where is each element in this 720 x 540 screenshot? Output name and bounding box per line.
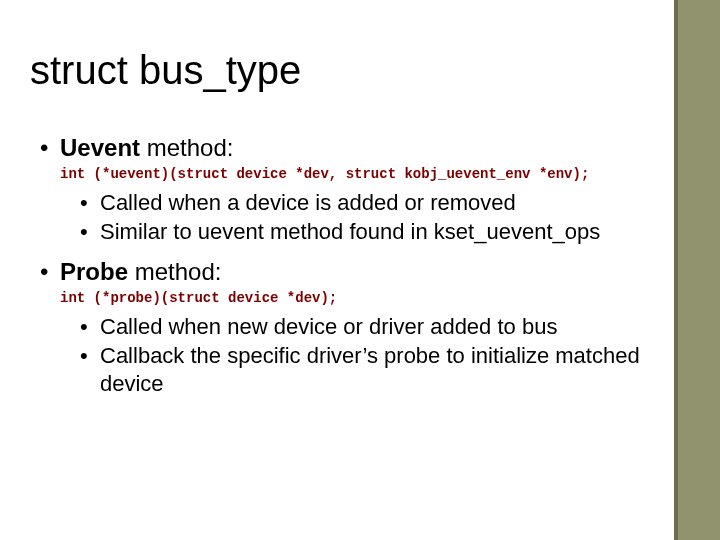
side-accent-bar — [678, 0, 720, 540]
code-uevent: int (*uevent)(struct device *dev, struct… — [60, 165, 650, 183]
bullet-uevent-sub1: Called when a device is added or removed — [80, 189, 650, 217]
bullet-probe-sub2: Callback the specific driver’s probe to … — [80, 342, 650, 397]
bullet-probe-bold: Probe — [60, 258, 128, 285]
bullet-uevent-bold: Uevent — [60, 134, 140, 161]
bullet-probe-method: Probe method: — [40, 258, 650, 287]
bullet-uevent-rest: method: — [140, 134, 233, 161]
slide-content: Uevent method: int (*uevent)(struct devi… — [40, 130, 650, 399]
side-accent-bar-edge — [674, 0, 678, 540]
bullet-probe-rest: method: — [128, 258, 221, 285]
bullet-uevent-sub2: Similar to uevent method found in kset_u… — [80, 218, 650, 246]
slide: struct bus_type Uevent method: int (*uev… — [0, 0, 720, 540]
code-probe: int (*probe)(struct device *dev); — [60, 289, 650, 307]
slide-title: struct bus_type — [30, 48, 301, 93]
bullet-uevent-method: Uevent method: — [40, 134, 650, 163]
bullet-probe-sub1: Called when new device or driver added t… — [80, 313, 650, 341]
